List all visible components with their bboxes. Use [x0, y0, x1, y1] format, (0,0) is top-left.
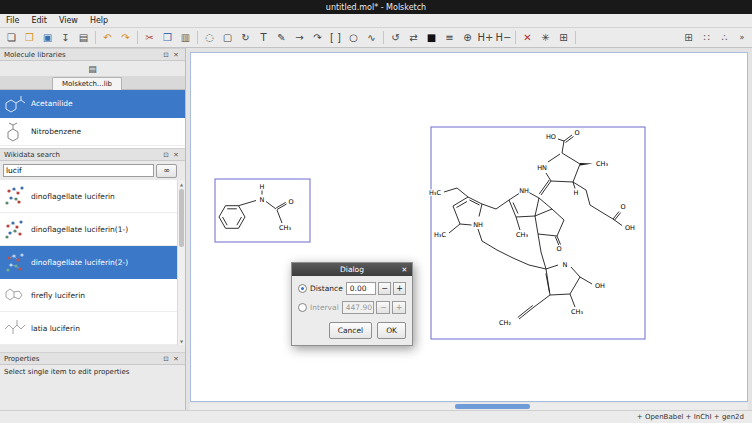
- undo-icon[interactable]: ↶: [99, 30, 116, 46]
- toolbar-group: ✂❐▥: [141, 30, 194, 46]
- properties-panel-header: Properties ⊡ ✕: [0, 352, 185, 365]
- result-label: latia luciferin: [31, 324, 80, 333]
- dialog: Dialog ✕ Distance 0.00 − + Interval 447.…: [291, 262, 413, 346]
- distance-input[interactable]: 0.00: [346, 282, 376, 295]
- hydrogen-plus-icon[interactable]: H+: [477, 30, 494, 46]
- cut-icon[interactable]: ✂: [141, 30, 158, 46]
- result-latia-luciferin[interactable]: latia luciferin: [0, 312, 185, 345]
- library-item-nitrobenzene[interactable]: Nitrobenzene: [0, 118, 185, 146]
- copy-icon[interactable]: ❐: [159, 30, 176, 46]
- distance-increment-button[interactable]: +: [393, 282, 406, 295]
- tools-icon[interactable]: ✳: [537, 30, 554, 46]
- molecule-thumbnail: [3, 93, 27, 115]
- window-title: untitled.mol* - Molsketch: [326, 3, 426, 12]
- redo-icon[interactable]: ↷: [117, 30, 134, 46]
- paste-icon[interactable]: ▥: [177, 30, 194, 46]
- result-dinoflagellate-luciferin[interactable]: dinoflagellate luciferin: [0, 180, 185, 213]
- text-tool-icon[interactable]: T: [255, 30, 272, 46]
- drawing-canvas[interactable]: H N O CH₃: [186, 48, 752, 410]
- color-picker-icon[interactable]: ■: [423, 30, 440, 46]
- molecule-acetanilide[interactable]: [219, 191, 287, 229]
- properties-float-icon[interactable]: ⊡: [161, 354, 171, 364]
- interval-input[interactable]: 447.90: [342, 301, 375, 314]
- delete-icon[interactable]: ✕: [519, 30, 536, 46]
- result-dinoflagellate-luciferin-1[interactable]: dinoflagellate luciferin(1-): [0, 213, 185, 246]
- scroll-down-icon[interactable]: ▼: [178, 337, 185, 345]
- scrollbar-thumb[interactable]: [455, 404, 530, 409]
- toolbar-separator: [197, 31, 198, 44]
- rotate-tool-icon[interactable]: ↻: [237, 30, 254, 46]
- canvas-horizontal-scrollbar[interactable]: [190, 403, 748, 410]
- svg-text:CH₃: CH₃: [279, 224, 291, 232]
- wikidata-float-icon[interactable]: ⊡: [161, 150, 171, 160]
- align-icon[interactable]: ⊞: [555, 30, 572, 46]
- dialog-title: Dialog: [340, 265, 364, 274]
- svg-text:CH₃: CH₃: [571, 308, 583, 316]
- toolbar-separator: [137, 31, 138, 44]
- save-file-icon[interactable]: ▣: [39, 30, 56, 46]
- wikidata-close-icon[interactable]: ✕: [171, 150, 181, 160]
- menu-file[interactable]: File: [0, 14, 25, 27]
- export-icon[interactable]: ↧: [57, 30, 74, 46]
- scroll-up-icon[interactable]: ▲: [178, 180, 185, 188]
- dialog-close-icon[interactable]: ✕: [399, 264, 410, 275]
- result-label: dinoflagellate luciferin(1-): [31, 225, 128, 234]
- distribute-horizontal-icon[interactable]: ∷: [698, 30, 715, 46]
- distance-decrement-button[interactable]: −: [378, 282, 391, 295]
- wikidata-search-input[interactable]: [3, 164, 154, 177]
- distance-radio[interactable]: [298, 284, 307, 293]
- sidebar: Molecule libraries ⊡ ✕ ▤ Molsketch...lib…: [0, 48, 186, 410]
- chain-tool-icon[interactable]: ∿: [363, 30, 380, 46]
- select-rectangle-icon[interactable]: ▢: [219, 30, 236, 46]
- svg-text:O: O: [620, 203, 625, 211]
- toolbar-separator: [95, 31, 96, 44]
- canvas-area: H N O CH₃: [186, 48, 752, 410]
- svg-text:CH₃: CH₃: [596, 160, 608, 168]
- snap-grid-icon[interactable]: ⊞: [680, 30, 697, 46]
- open-file-icon[interactable]: ❒: [21, 30, 38, 46]
- hydrogen-minus-icon[interactable]: H−: [495, 30, 512, 46]
- interval-radio[interactable]: [298, 303, 307, 312]
- result-dinoflagellate-luciferin-2[interactable]: dinoflagellate luciferin(2-): [0, 246, 185, 279]
- ring-tool-icon[interactable]: ○: [345, 30, 362, 46]
- library-float-icon[interactable]: ⊡: [161, 50, 171, 60]
- select-lasso-icon[interactable]: ◌: [201, 30, 218, 46]
- toolbar-overflow-button[interactable]: »: [735, 30, 749, 46]
- properties-close-icon[interactable]: ✕: [171, 354, 181, 364]
- cancel-button[interactable]: Cancel: [329, 322, 372, 339]
- print-icon[interactable]: ▤: [75, 30, 92, 46]
- scrollbar-thumb[interactable]: [179, 189, 184, 247]
- svg-text:CH₂: CH₂: [499, 319, 511, 327]
- library-icon[interactable]: ▤: [85, 62, 100, 75]
- charge-plus-icon[interactable]: ⊕: [459, 30, 476, 46]
- result-firefly-luciferin[interactable]: firefly luciferin: [0, 279, 185, 312]
- mechanism-arrow-tool-icon[interactable]: ↷: [309, 30, 326, 46]
- library-close-icon[interactable]: ✕: [171, 50, 181, 60]
- library-panel-header: Molecule libraries ⊡ ✕: [0, 48, 185, 61]
- tab-molsketch-library[interactable]: Molsketch...lib: [52, 77, 122, 90]
- new-file-icon[interactable]: ❏: [3, 30, 20, 46]
- distribute-vertical-icon[interactable]: ∴: [716, 30, 733, 46]
- flip-icon[interactable]: ⇄: [405, 30, 422, 46]
- interval-increment-button[interactable]: +: [392, 301, 406, 314]
- toolbar-separator: [575, 31, 576, 44]
- menu-view[interactable]: View: [53, 14, 84, 27]
- toolbar-group: ↶↷: [99, 30, 134, 46]
- draw-tool-icon[interactable]: ✎: [273, 30, 290, 46]
- line-width-icon[interactable]: ≡: [441, 30, 458, 46]
- rotate-ccw-icon[interactable]: ↺: [387, 30, 404, 46]
- ok-button[interactable]: OK: [377, 322, 406, 339]
- menu-help[interactable]: Help: [84, 14, 114, 27]
- interval-decrement-button[interactable]: −: [376, 301, 390, 314]
- molecule-thumbnail: [3, 121, 27, 143]
- reaction-arrow-tool-icon[interactable]: →: [291, 30, 308, 46]
- library-item-acetanilide[interactable]: Acetanilide: [0, 90, 185, 118]
- wikidata-scrollbar[interactable]: ▲ ▼: [177, 180, 185, 345]
- search-button[interactable]: ∞: [156, 164, 177, 178]
- svg-text:N: N: [260, 196, 265, 204]
- menu-edit[interactable]: Edit: [25, 14, 53, 27]
- library-panel-title: Molecule libraries: [4, 51, 66, 59]
- dialog-titlebar: Dialog ✕: [292, 263, 412, 276]
- interval-row: Interval 447.90 − +: [298, 301, 406, 314]
- bracket-tool-icon[interactable]: [ ]: [327, 30, 344, 46]
